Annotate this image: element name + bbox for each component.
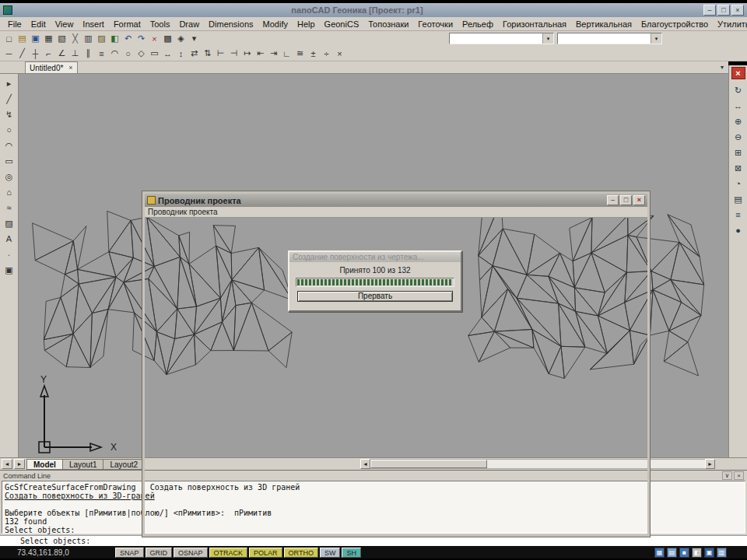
- tray-icon-1[interactable]: ▦: [654, 548, 665, 558]
- menu-item-17[interactable]: Утилиты: [713, 18, 747, 30]
- tray-icon-5[interactable]: ▣: [704, 548, 714, 558]
- toggle-grid[interactable]: GRID: [146, 548, 173, 558]
- block-tool-icon[interactable]: ▣: [2, 263, 16, 277]
- modify-button[interactable]: ▩: [161, 32, 174, 45]
- draw-tool-23[interactable]: ≅: [293, 47, 307, 60]
- draw-tool-20[interactable]: ⇤: [254, 47, 267, 60]
- close-button[interactable]: ×: [731, 5, 744, 16]
- draw-tool-9[interactable]: ◠: [108, 47, 121, 60]
- spline-tool-icon[interactable]: ≈: [2, 201, 16, 215]
- menu-item-13[interactable]: Рельеф: [458, 18, 498, 30]
- undo-button[interactable]: ↶: [121, 32, 135, 45]
- layout-nav-right-icon[interactable]: ►: [14, 459, 25, 469]
- open-file-button[interactable]: ▤: [16, 32, 29, 45]
- save-button[interactable]: ▣: [29, 32, 42, 45]
- zoom-window-icon[interactable]: ⊞: [731, 145, 745, 159]
- draw-tool-4[interactable]: ⌐: [42, 47, 55, 60]
- draw-tool-2[interactable]: ╱: [16, 47, 29, 60]
- draw-tool-26[interactable]: ×: [333, 47, 346, 60]
- menu-item-3[interactable]: Insert: [78, 18, 109, 30]
- zoom-in-icon[interactable]: ⊕: [731, 114, 745, 128]
- redo-button[interactable]: ↷: [135, 32, 148, 45]
- menu-item-6[interactable]: Draw: [174, 18, 204, 30]
- layout-tab-layout2[interactable]: Layout2: [103, 459, 145, 470]
- menu-item-12[interactable]: Геоточки: [413, 18, 458, 30]
- refresh-icon[interactable]: ↻: [731, 83, 745, 97]
- dialog-maximize-button[interactable]: □: [620, 195, 632, 205]
- minimize-button[interactable]: –: [703, 5, 716, 16]
- maximize-button[interactable]: □: [717, 5, 730, 16]
- toggle-polar[interactable]: POLAR: [249, 548, 282, 558]
- globe-icon[interactable]: ●: [731, 223, 745, 237]
- draw-tool-14[interactable]: ↕: [174, 47, 188, 60]
- copy-button[interactable]: ▥: [82, 32, 95, 45]
- ellipse-tool-icon[interactable]: ◎: [2, 170, 16, 184]
- toggle-otrack[interactable]: OTRACK: [209, 548, 248, 558]
- scroll-right-icon[interactable]: ►: [705, 459, 715, 469]
- draw-tool-24[interactable]: ±: [307, 47, 320, 60]
- zoom-extents-icon[interactable]: ⊠: [731, 161, 745, 175]
- draw-tool-11[interactable]: ◇: [135, 47, 148, 60]
- draw-tool-10[interactable]: ○: [121, 47, 135, 60]
- toolbar-overflow-button[interactable]: ▾: [188, 32, 201, 45]
- draw-tool-15[interactable]: ⇄: [188, 47, 201, 60]
- menu-item-8[interactable]: Modify: [258, 18, 293, 30]
- tab-close-icon[interactable]: ×: [68, 64, 72, 72]
- line-tool-icon[interactable]: ╱: [2, 92, 16, 106]
- layer-combo[interactable]: ▾: [449, 33, 554, 44]
- pan-icon[interactable]: ↔: [731, 99, 745, 113]
- draw-tool-7[interactable]: ∥: [82, 47, 95, 60]
- menu-item-11[interactable]: Топознаки: [363, 18, 413, 30]
- tray-icon-4[interactable]: ◧: [692, 548, 702, 558]
- draw-tool-18[interactable]: ⊣: [227, 47, 240, 60]
- tray-icon-2[interactable]: ▤: [667, 548, 677, 558]
- document-tab[interactable]: Untitled0* ×: [25, 61, 78, 73]
- abort-button[interactable]: Прервать: [297, 291, 453, 302]
- print-preview-button[interactable]: ▧: [55, 32, 68, 45]
- dialog-minimize-button[interactable]: –: [607, 195, 619, 205]
- menu-item-15[interactable]: Вертикальная: [571, 18, 637, 30]
- hatch-tool-icon[interactable]: ▨: [2, 216, 16, 230]
- layers-icon[interactable]: ≡: [731, 208, 745, 222]
- views-icon[interactable]: ▤: [731, 192, 745, 206]
- polygon-tool-icon[interactable]: ⌂: [2, 185, 16, 199]
- paste-button[interactable]: ▨: [95, 32, 108, 45]
- rectangle-tool-icon[interactable]: ▭: [2, 154, 16, 168]
- new-file-button[interactable]: □: [2, 32, 16, 45]
- select-tool-icon[interactable]: ▸: [2, 76, 16, 90]
- draw-tool-19[interactable]: ↦: [240, 47, 254, 60]
- draw-tool-8[interactable]: ≡: [95, 47, 108, 60]
- menu-item-1[interactable]: Edit: [26, 18, 51, 30]
- draw-tool-13[interactable]: ↔: [161, 47, 174, 60]
- toggle-ortho[interactable]: ORTHO: [284, 548, 318, 558]
- circle-tool-icon[interactable]: ○: [2, 123, 16, 137]
- draw-tool-12[interactable]: ▭: [148, 47, 161, 60]
- menu-item-16[interactable]: Благоустройство: [637, 18, 713, 30]
- layer-combo-arrow-icon[interactable]: ▾: [542, 33, 553, 44]
- draw-tool-3[interactable]: ┼: [29, 47, 42, 60]
- style-combo-arrow-icon[interactable]: ▾: [651, 33, 661, 44]
- menu-item-2[interactable]: View: [51, 18, 79, 30]
- draw-tool-6[interactable]: ⊥: [68, 47, 82, 60]
- menu-item-0[interactable]: File: [3, 18, 26, 30]
- menu-item-4[interactable]: Format: [109, 18, 146, 30]
- command-panel-close-icon[interactable]: ×: [734, 471, 744, 480]
- toggle-sw[interactable]: SW: [320, 548, 341, 558]
- draw-tool-1[interactable]: ─: [2, 47, 16, 60]
- menu-item-7[interactable]: Dimensions: [204, 18, 258, 30]
- menu-item-5[interactable]: Tools: [146, 18, 175, 30]
- draw-tool-16[interactable]: ⇅: [201, 47, 214, 60]
- style-combo[interactable]: ▾: [557, 33, 662, 44]
- arc-tool-icon[interactable]: ◠: [2, 138, 16, 152]
- menu-item-10[interactable]: GeoniCS: [320, 18, 364, 30]
- close-drawing-button[interactable]: ×: [731, 67, 745, 79]
- toggle-snap[interactable]: SNAP: [115, 548, 144, 558]
- menu-item-14[interactable]: Горизонтальная: [498, 18, 571, 30]
- project-dialog-titlebar[interactable]: Проводник проекта –□×: [145, 194, 647, 207]
- command-panel-collapse-icon[interactable]: ∨: [722, 471, 732, 480]
- polyline-tool-icon[interactable]: ↯: [2, 107, 16, 121]
- toggle-osnap[interactable]: OSNAP: [174, 548, 208, 558]
- tray-icon-6[interactable]: ▥: [717, 548, 727, 558]
- draw-tool-17[interactable]: ⊢: [214, 47, 227, 60]
- osnap-settings-button[interactable]: ◈: [174, 32, 188, 45]
